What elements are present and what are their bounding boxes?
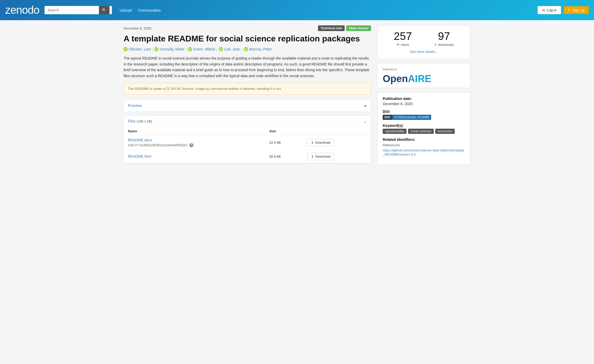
openaire-aire-text: AIRE <box>408 73 431 84</box>
doi-badge[interactable]: DOI 10.5281/zenodo.4319999 <box>383 115 431 120</box>
indexed-label: Indexed in <box>383 68 465 71</box>
keyword-0[interactable]: reproducibility <box>383 129 407 134</box>
doi-value: DOI 10.5281/zenodo.4319999 <box>383 115 465 120</box>
file-actions-0: ⇓ Download <box>303 135 371 150</box>
col-action <box>303 127 371 135</box>
orcid-icon-0: iD <box>124 47 128 51</box>
table-row: README.docx md5:4772cd95a33f83bd1a42bd4a… <box>124 135 371 150</box>
views-count: 257 <box>394 31 412 42</box>
openaire-box: Indexed in OpenAIRE <box>377 63 470 88</box>
col-name: Name <box>124 127 265 135</box>
author-name-4[interactable]: Morrow, Peter <box>249 47 272 51</box>
author-koren: iD Koren, Miklós ; <box>188 47 217 51</box>
preview-label: Preview <box>128 103 142 108</box>
doi-number: 10.5281/zenodo.4319999 <box>392 115 431 120</box>
keyword-1[interactable]: social sciences <box>408 129 434 134</box>
preview-section: Preview ▸ <box>124 99 371 112</box>
article-description: The typical README in social science jou… <box>124 55 371 79</box>
preview-toggle[interactable]: Preview ▸ <box>124 99 371 112</box>
main-container: December 8, 2020 Technical note Open Acc… <box>118 20 476 170</box>
login-icon: ➔ <box>542 8 545 12</box>
download-stat-icon: ⇓ <box>434 43 437 47</box>
stats-box: 257 👁 views 97 ⇓ downloads See more deta… <box>377 25 470 59</box>
author-name-3[interactable]: Llull, Joan <box>224 47 240 51</box>
edit-icon: ✎ <box>568 8 571 12</box>
openaire-open-text: Open <box>383 73 408 84</box>
doi-label: DOI: <box>383 110 465 114</box>
author-connolly: iD Connolly, Marie ; <box>154 47 186 51</box>
sidebar: 257 👁 views 97 ⇓ downloads See more deta… <box>377 25 470 164</box>
download-button-1[interactable]: ⇓ Download <box>307 153 334 160</box>
file-link-1[interactable]: README.html <box>128 154 151 158</box>
pub-date-field: Publication date: December 8, 2020 <box>383 97 465 106</box>
file-size-0: 22.4 kB <box>265 135 303 150</box>
author-vilhuber: iD Vilhuber, Lars ; <box>124 47 153 51</box>
search-button[interactable]: 🔍 <box>99 6 110 14</box>
openaire-logo: OpenAIRE <box>383 74 465 84</box>
eye-icon: 👁 <box>396 43 400 47</box>
see-more: See more details... <box>383 50 465 54</box>
page-title: A template README for social science rep… <box>124 34 371 43</box>
site-header: zenodo 🔍 Upload Communities ➔ Log in ✎ S… <box>0 0 594 20</box>
download-icon-1: ⇓ <box>311 155 314 158</box>
header-actions: ➔ Log in ✎ Sign up <box>538 6 589 14</box>
files-table: Name Size README.docx md5:4772cd95 <box>124 127 371 163</box>
downloads-label: ⇓ downloads <box>434 43 454 47</box>
author-llull: iD Llull, Joan ; <box>219 47 242 51</box>
files-size: (186.1 kB) <box>136 119 152 123</box>
keywords-label: Keyword(s): <box>383 123 465 128</box>
orcid-icon-1: iD <box>154 47 158 51</box>
hash-help-icon-0[interactable]: ? <box>189 143 193 147</box>
file-name-cell-1: README.html <box>124 150 265 163</box>
search-input[interactable] <box>45 6 99 14</box>
badge-row: Technical note Open Access <box>318 25 371 31</box>
related-field: Related identifiers: References https://… <box>383 137 465 156</box>
files-toggle[interactable]: Files (186.1 kB) ⌄ <box>124 116 371 127</box>
see-more-link[interactable]: See more details... <box>410 50 438 54</box>
views-stat: 257 👁 views <box>394 31 412 47</box>
author-name-2[interactable]: Koren, Miklós <box>193 47 215 51</box>
nav-communities[interactable]: Communities <box>138 8 161 12</box>
site-logo[interactable]: zenodo <box>5 4 39 16</box>
related-label: Related identifiers: <box>383 137 465 142</box>
meta-box: Publication date: December 8, 2020 DOI: … <box>377 92 470 164</box>
keyword-tags: reproducibility social sciences economic… <box>383 129 465 134</box>
download-icon-0: ⇓ <box>311 141 314 144</box>
doi-field: DOI: DOI 10.5281/zenodo.4319999 <box>383 110 465 120</box>
date-badges-row: December 8, 2020 Technical note Open Acc… <box>124 25 371 31</box>
orcid-icon-2: iD <box>188 47 192 51</box>
login-button[interactable]: ➔ Log in <box>538 6 561 14</box>
search-icon: 🔍 <box>102 8 106 12</box>
files-label: Files <box>128 119 136 123</box>
content-area: December 8, 2020 Technical note Open Acc… <box>124 25 371 164</box>
main-nav: Upload Communities <box>120 8 161 12</box>
related-type: References <box>383 143 465 147</box>
authors-list: iD Vilhuber, Lars ; iD Connolly, Marie ;… <box>124 47 371 51</box>
keyword-2[interactable]: economics <box>435 129 455 134</box>
file-hash-0: md5:4772cd95a33f83bd1a42bd4aff38d2b2 ? <box>128 143 261 147</box>
signup-button[interactable]: ✎ Sign up <box>564 6 589 14</box>
download-button-0[interactable]: ⇓ Download <box>307 139 334 146</box>
table-row: README.html 30.0 kB ⇓ Download <box>124 150 371 163</box>
author-name-1[interactable]: Connolly, Marie <box>160 47 184 51</box>
doi-badge-label: DOI <box>383 115 392 120</box>
col-size: Size <box>265 127 303 135</box>
file-actions-1: ⇓ Download <box>303 150 371 163</box>
pub-date-value: December 8, 2020 <box>383 102 465 106</box>
chevron-down-icon: ⌄ <box>363 119 367 124</box>
file-name-cell: README.docx md5:4772cd95a33f83bd1a42bd4a… <box>124 135 265 150</box>
chevron-right-icon: ▸ <box>365 103 367 108</box>
related-link[interactable]: https://github.com/social-science-data-e… <box>383 148 464 156</box>
keywords-field: Keyword(s): reproducibility social scien… <box>383 123 465 134</box>
stats-row: 257 👁 views 97 ⇓ downloads <box>383 31 465 47</box>
files-table-head: Name Size <box>124 127 371 135</box>
publication-date: December 8, 2020 <box>124 26 151 30</box>
notice-box: The README is under a CC-BY-NC license. … <box>124 83 371 94</box>
file-link-0[interactable]: README.docx <box>128 138 152 142</box>
pub-date-label: Publication date: <box>383 97 465 101</box>
orcid-icon-3: iD <box>219 47 223 51</box>
nav-upload[interactable]: Upload <box>120 8 132 12</box>
search-container: 🔍 <box>45 6 112 14</box>
author-name-0[interactable]: Vilhuber, Lars <box>129 47 151 51</box>
badge-open-access: Open Access <box>346 25 371 31</box>
